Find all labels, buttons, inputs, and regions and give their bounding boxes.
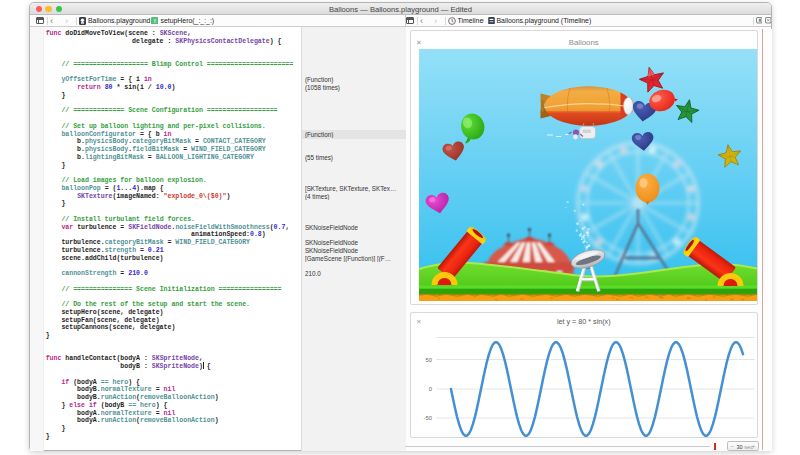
svg-text:f: f — [153, 17, 155, 24]
svg-text:50: 50 — [425, 356, 431, 362]
svg-text:-50: -50 — [423, 415, 431, 421]
svg-text:0: 0 — [428, 386, 431, 392]
